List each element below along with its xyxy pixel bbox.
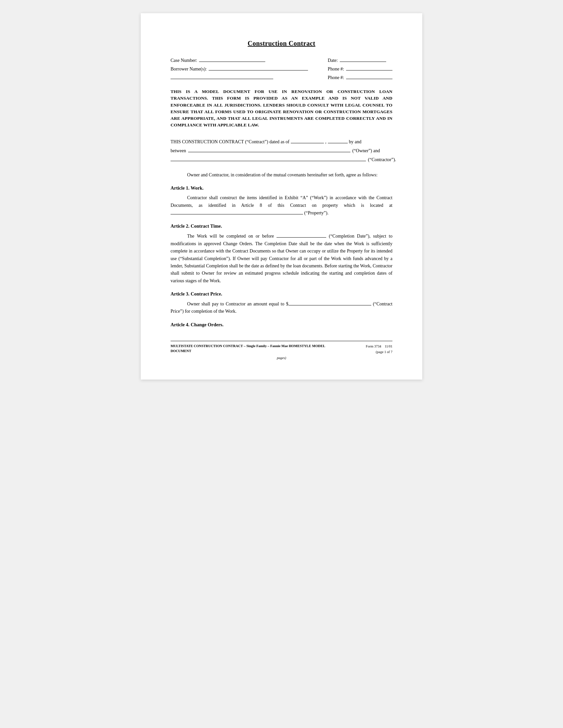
property-address-field[interactable] [170, 209, 303, 214]
borrower-name-label: Borrower Name(s): [170, 67, 207, 72]
contractor-name-field[interactable] [170, 156, 366, 161]
contract-price-field[interactable] [289, 300, 371, 305]
article4-title: Article 4. Change Orders. [170, 322, 393, 328]
date-of-field[interactable] [291, 138, 324, 143]
article4-block: Article 4. Change Orders. [170, 322, 393, 328]
date-field[interactable] [340, 57, 386, 62]
owner-label: (“Owner”) and [352, 147, 380, 155]
owner-name-field[interactable] [188, 147, 351, 152]
disclaimer-block: THIS IS A MODEL DOCUMENT FOR USE IN RENO… [170, 88, 393, 129]
preamble-block: Owner and Contractor, in consideration o… [170, 171, 393, 179]
article3-title: Article 3. Contract Price. [170, 291, 393, 297]
article3-block: Article 3. Contract Price. Owner shall p… [170, 291, 393, 315]
document-title: Construction Contract [170, 40, 393, 47]
case-number-field[interactable] [199, 57, 265, 62]
phone2-row: Phone #: [328, 74, 393, 80]
footer-left-text: MULTISTATE CONSTRUCTION CONTRACT – Singl… [170, 344, 336, 353]
intro-between-row: between (“Owner”) and [170, 147, 393, 155]
contract-intro-block: THIS CONSTRUCTION CONTRACT (“Contract”) … [170, 138, 393, 163]
footer-pages-label: pages) [277, 356, 286, 360]
borrower-name-extra-field[interactable] [170, 74, 273, 79]
document-page: Construction Contract Case Number: Borro… [141, 13, 422, 380]
between-label: between [170, 147, 186, 155]
header-left: Case Number: Borrower Name(s): [170, 57, 308, 80]
contractor-label: (“Contractor”). [368, 156, 396, 163]
year-field[interactable] [328, 138, 348, 143]
article3-body: Owner shall pay to Contractor an amount … [170, 300, 393, 315]
header-fields: Case Number: Borrower Name(s): Date: Pho… [170, 57, 393, 80]
footer-pages-text: pages) [170, 356, 393, 360]
date-label: Date: [328, 58, 338, 63]
case-number-label: Case Number: [170, 58, 197, 63]
article2-body: The Work will be completed on or before … [170, 232, 393, 285]
intro-line1-start: THIS CONSTRUCTION CONTRACT (“Contract”) … [170, 138, 290, 146]
borrower-name-row: Borrower Name(s): [170, 65, 308, 72]
borrower-name-extra-row [170, 74, 308, 79]
article1-block: Article 1. Work. Contractor shall constr… [170, 185, 393, 217]
by-and: by and [349, 138, 362, 146]
footer-right-info: Form 3734 11/01 (page 1 of 7 [366, 344, 393, 355]
footer-form-date-val: 11/01 [385, 344, 393, 348]
document-footer: MULTISTATE CONSTRUCTION CONTRACT – Singl… [170, 341, 393, 355]
phone1-field[interactable] [346, 65, 393, 70]
intro-line1: THIS CONSTRUCTION CONTRACT (“Contract”) … [170, 138, 393, 146]
case-number-row: Case Number: [170, 57, 308, 63]
footer-page-info-text: (page 1 of 7 [376, 350, 393, 354]
phone1-row: Phone #: [328, 65, 393, 72]
footer-form-label: Form 3734 [366, 344, 381, 348]
article1-body: Contractor shall construct the items ide… [170, 194, 393, 217]
article2-title: Article 2. Contract Time. [170, 223, 393, 229]
header-right: Date: Phone #: Phone #: [328, 57, 393, 80]
article1-title: Article 1. Work. [170, 185, 393, 191]
preamble-text: Owner and Contractor, in consideration o… [170, 171, 393, 179]
phone2-label: Phone #: [328, 75, 344, 80]
article2-block: Article 2. Contract Time. The Work will … [170, 223, 393, 285]
completion-date-field[interactable] [276, 232, 326, 238]
footer-form-date: Form 3734 11/01 [366, 344, 393, 349]
date-row: Date: [328, 57, 393, 63]
comma: , [325, 138, 327, 146]
intro-contractor-row: (“Contractor”). [170, 156, 393, 163]
borrower-name-field[interactable] [209, 65, 308, 70]
phone1-label: Phone #: [328, 67, 344, 72]
footer-multistate-label: MULTISTATE CONSTRUCTION CONTRACT – Singl… [170, 344, 325, 353]
footer-page-info: (page 1 of 7 [366, 349, 393, 355]
phone2-field[interactable] [346, 74, 393, 79]
